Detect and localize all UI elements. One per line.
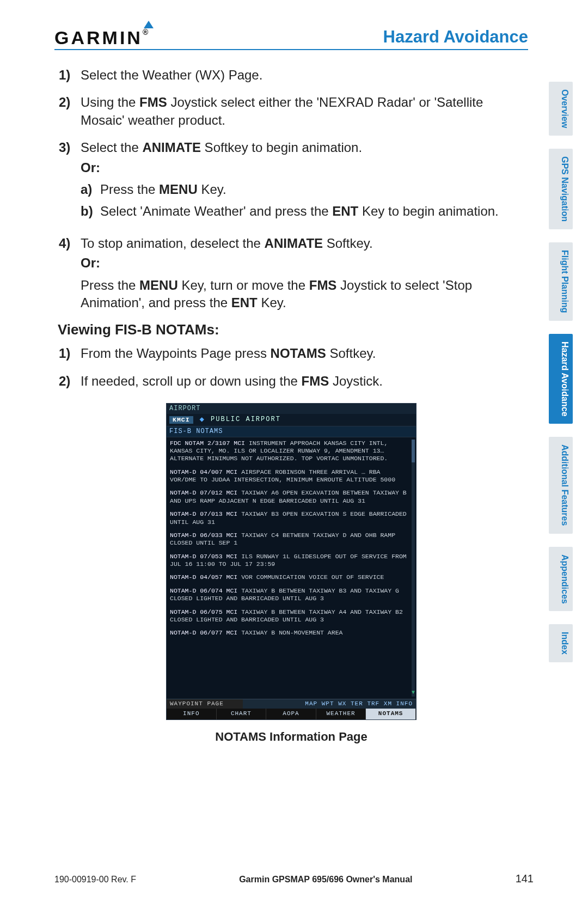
device-section-header: FIS-B NOTAMS <box>167 426 416 437</box>
step-body: To stop animation, deselect the ANIMATE … <box>81 235 528 312</box>
chapter-title: Hazard Avoidance <box>383 27 528 47</box>
figure-caption: NOTAMS Information Page <box>54 730 528 744</box>
notam-entry: FDC NOTAM 2/3107 MCI INSTRUMENT APPROACH… <box>170 440 413 463</box>
diamond-icon: ◆ <box>200 415 204 425</box>
notam-entry: NOTAM-D 06/077 MCI TAXIWAY B NON-MOVEMEN… <box>170 629 413 637</box>
softkey-info[interactable]: INFO <box>167 709 217 719</box>
step-body: Select the ANIMATE Softkey to begin anim… <box>81 139 528 225</box>
step-tail: Press the MENU Key, turn or move the FMS… <box>81 277 528 312</box>
step-body: If needed, scroll up or down using the F… <box>81 373 528 390</box>
notam-id: NOTAM-D 06/074 MCI <box>170 587 241 594</box>
device-ident-row: KMCI ◆ PUBLIC AIRPORT <box>167 414 416 426</box>
step-body: Using the FMS Joystick select either the… <box>81 94 528 129</box>
notam-id: NOTAM-D 06/077 MCI <box>170 629 241 636</box>
notam-entry: NOTAM-D 04/007 MCI AIRSPACE ROBINSON THR… <box>170 468 413 484</box>
softkey-chart[interactable]: CHART <box>217 709 267 719</box>
brand-reg-mark: ® <box>143 28 150 36</box>
section-heading-fisb-notams: Viewing FIS-B NOTAMs: <box>58 321 528 338</box>
softkey-bar: INFOCHARTAOPAWEATHERNOTAMS <box>167 709 416 719</box>
thumb-tab-overview[interactable]: Overview <box>549 82 573 136</box>
procedure-steps-notams: 1)From the Waypoints Page press NOTAMS S… <box>54 345 528 390</box>
notam-id: NOTAM-D 06/033 MCI <box>170 532 241 539</box>
step: 2)If needed, scroll up or down using the… <box>59 373 528 390</box>
notam-id: NOTAM-D 07/012 MCI <box>170 489 241 496</box>
notam-id: NOTAM-D 07/013 MCI <box>170 510 241 517</box>
step-body: From the Waypoints Page press NOTAMS Sof… <box>81 345 528 362</box>
or-label: Or: <box>81 254 528 272</box>
notam-entry: NOTAM-D 04/057 MCI VOR COMMUNICATION VOI… <box>170 574 413 581</box>
airport-ident: KMCI <box>169 416 193 424</box>
step-number: 1) <box>59 345 81 362</box>
device-screenshot-notams-page: AIRPORT KMCI ◆ PUBLIC AIRPORT FIS-B NOTA… <box>166 403 416 720</box>
step-body: Select the Weather (WX) Page. <box>81 66 528 84</box>
page-number: 141 <box>516 873 534 885</box>
doc-title: Garmin GPSMAP 695/696 Owner's Manual <box>239 875 412 884</box>
step-number: 1) <box>59 66 81 84</box>
step: 3)Select the ANIMATE Softkey to begin an… <box>59 139 528 225</box>
step-number: 2) <box>59 373 81 390</box>
substep-body: Press the MENU Key. <box>100 181 226 198</box>
procedure-steps-animate: 1)Select the Weather (WX) Page.2)Using t… <box>54 66 528 312</box>
thumb-tab-hazard-avoidance[interactable]: Hazard Avoidance <box>549 334 573 424</box>
substep: b)Select 'Animate Weather' and press the… <box>81 203 528 220</box>
step: 1)From the Waypoints Page press NOTAMS S… <box>59 345 528 362</box>
airport-type: PUBLIC AIRPORT <box>211 416 281 424</box>
thumb-tab-gps-navigation[interactable]: GPS Navigation <box>549 149 573 229</box>
page-tabs: MAP WPT WX TER TRF XM INFO <box>243 699 416 709</box>
step: 4)To stop animation, deselect the ANIMAT… <box>59 235 528 312</box>
step-number: 2) <box>59 94 81 129</box>
notam-entry: NOTAM-D 06/033 MCI TAXIWAY C4 BETWEEN TA… <box>170 532 413 547</box>
notam-id: NOTAM-D 04/007 MCI <box>170 468 241 475</box>
step: 1)Select the Weather (WX) Page. <box>59 66 528 84</box>
logo-triangle-icon <box>144 21 154 28</box>
device-titlebar: AIRPORT <box>167 404 416 414</box>
page-label: WAYPOINT PAGE <box>167 699 243 709</box>
notam-id: NOTAM-D 04/057 MCI <box>170 574 241 581</box>
step-number: 3) <box>59 139 81 225</box>
notam-list: ▼ FDC NOTAM 2/3107 MCI INSTRUMENT APPROA… <box>167 437 416 699</box>
step: 2)Using the FMS Joystick select either t… <box>59 94 528 129</box>
step-number: 4) <box>59 235 81 312</box>
notam-entry: NOTAM-D 07/012 MCI TAXIWAY A6 OPEN EXCAV… <box>170 489 413 505</box>
softkey-weather[interactable]: WEATHER <box>316 709 366 719</box>
device-page-bar: WAYPOINT PAGE MAP WPT WX TER TRF XM INFO <box>167 699 416 709</box>
softkey-aopa[interactable]: AOPA <box>266 709 316 719</box>
substep-letter: b) <box>81 203 100 220</box>
or-label: Or: <box>81 159 528 176</box>
thumb-tab-appendices[interactable]: Appendices <box>549 547 573 612</box>
substeps: a)Press the MENU Key.b)Select 'Animate W… <box>81 181 528 221</box>
thumb-tab-additional-features[interactable]: Additional Features <box>549 437 573 533</box>
substep: a)Press the MENU Key. <box>81 181 528 198</box>
notam-id: NOTAM-D 07/053 MCI <box>170 553 241 560</box>
scrollbar[interactable]: ▼ <box>412 440 415 697</box>
notam-entry: NOTAM-D 07/053 MCI ILS RUNWAY 1L GLIDESL… <box>170 553 413 569</box>
doc-revision: 190-00919-00 Rev. F <box>54 875 136 884</box>
notam-body: VOR COMMUNICATION VOICE OUT OF SERVICE <box>241 574 384 581</box>
thumb-tab-flight-planning[interactable]: Flight Planning <box>549 242 573 321</box>
notam-entry: NOTAM-D 07/013 MCI TAXIWAY B3 OPEN EXCAV… <box>170 510 413 526</box>
garmin-logo: GARMIN® <box>54 28 150 47</box>
notam-id: NOTAM-D 06/075 MCI <box>170 608 241 615</box>
substep-letter: a) <box>81 181 100 198</box>
page-header: GARMIN® Hazard Avoidance <box>54 27 528 50</box>
page-footer: 190-00919-00 Rev. F Garmin GPSMAP 695/69… <box>54 873 534 885</box>
section-thumb-tabs: OverviewGPS NavigationFlight PlanningHaz… <box>549 82 573 662</box>
thumb-tab-index[interactable]: Index <box>549 624 573 662</box>
notam-id: FDC NOTAM 2/3107 MCI <box>170 440 249 447</box>
softkey-notams[interactable]: NOTAMS <box>366 709 416 719</box>
notam-entry: NOTAM-D 06/075 MCI TAXIWAY B BETWEEN TAX… <box>170 608 413 624</box>
substep-body: Select 'Animate Weather' and press the E… <box>100 203 499 220</box>
notam-entry: NOTAM-D 06/074 MCI TAXIWAY B BETWEEN TAX… <box>170 587 413 603</box>
notam-body: TAXIWAY B NON-MOVEMENT AREA <box>241 629 342 636</box>
brand-text: GARMIN <box>54 27 143 48</box>
